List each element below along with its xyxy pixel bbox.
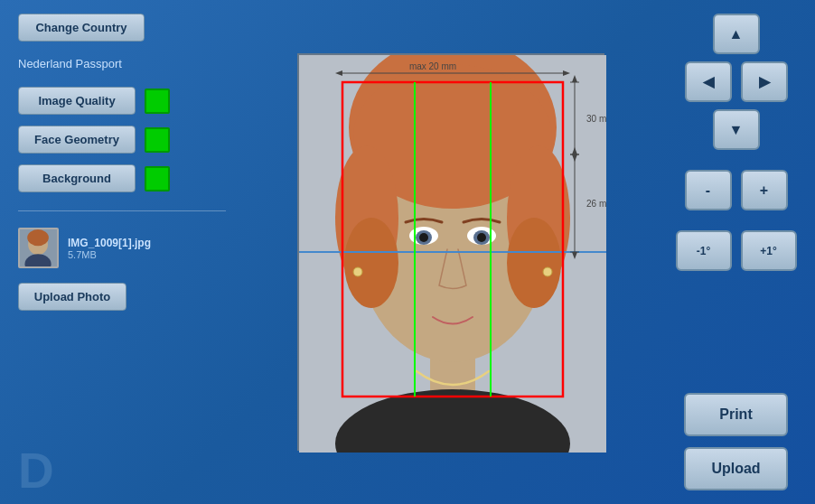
image-quality-indicator	[145, 89, 170, 114]
image-quality-button[interactable]: Image Quality	[18, 87, 136, 115]
svg-point-13	[507, 218, 561, 308]
upload-photo-button[interactable]: Upload Photo	[18, 283, 126, 311]
divider-1	[18, 210, 226, 211]
rotate-row: -1° +1°	[666, 230, 806, 271]
svg-text:26 mm: 26 mm	[586, 199, 606, 209]
move-left-button[interactable]: ◀	[685, 61, 732, 102]
rotate-left-button[interactable]: -1°	[676, 230, 732, 271]
photo-background: max 20 mm 30 mm 26 mm	[297, 53, 604, 451]
face-geometry-indicator	[145, 127, 170, 153]
svg-point-20	[353, 267, 362, 276]
upload-button[interactable]: Upload	[684, 447, 788, 490]
image-quality-row: Image Quality	[18, 87, 226, 115]
svg-point-2	[27, 229, 49, 246]
svg-point-19	[477, 233, 486, 242]
down-row: ▼	[666, 109, 806, 150]
file-name-label: IMG_1009[1].jpg	[68, 237, 151, 249]
scale-minus-button[interactable]: -	[685, 170, 732, 210]
background-row: Background	[18, 164, 226, 192]
file-size-label: 5.7MB	[68, 249, 151, 260]
right-panel: ▲ ◀ ▶ ▼ - + -1° +1° Print Upload	[657, 0, 815, 504]
move-down-button[interactable]: ▼	[713, 109, 760, 150]
face-geometry-button[interactable]: Face Geometry	[18, 126, 136, 154]
rotate-right-button[interactable]: +1°	[741, 230, 797, 271]
background-indicator	[145, 166, 170, 191]
svg-text:max 20 mm: max 20 mm	[408, 61, 455, 71]
background-button[interactable]: Background	[18, 164, 136, 192]
file-info-row: IMG_1009[1].jpg 5.7MB	[18, 228, 226, 268]
country-label: Nederland Passport	[18, 57, 226, 70]
print-button[interactable]: Print	[684, 393, 788, 436]
move-up-button[interactable]: ▲	[713, 14, 760, 54]
scale-plus-button[interactable]: +	[741, 170, 788, 210]
file-details: IMG_1009[1].jpg 5.7MB	[68, 237, 151, 260]
svg-text:30 mm: 30 mm	[586, 114, 606, 124]
change-country-button[interactable]: Change Country	[18, 14, 145, 42]
up-row: ▲	[666, 14, 806, 54]
face-geometry-row: Face Geometry	[18, 126, 226, 154]
svg-point-21	[543, 267, 552, 276]
left-panel: Change Country Nederland Passport Image …	[0, 0, 244, 504]
svg-point-12	[344, 218, 398, 308]
move-right-button[interactable]: ▶	[741, 61, 788, 102]
lr-row: ◀ ▶	[666, 61, 806, 102]
file-thumbnail	[18, 228, 59, 268]
center-panel: max 20 mm 30 mm 26 mm	[244, 0, 657, 504]
scale-row: - +	[666, 170, 806, 210]
svg-point-18	[419, 233, 428, 242]
photo-container: max 20 mm 30 mm 26 mm	[297, 53, 604, 451]
